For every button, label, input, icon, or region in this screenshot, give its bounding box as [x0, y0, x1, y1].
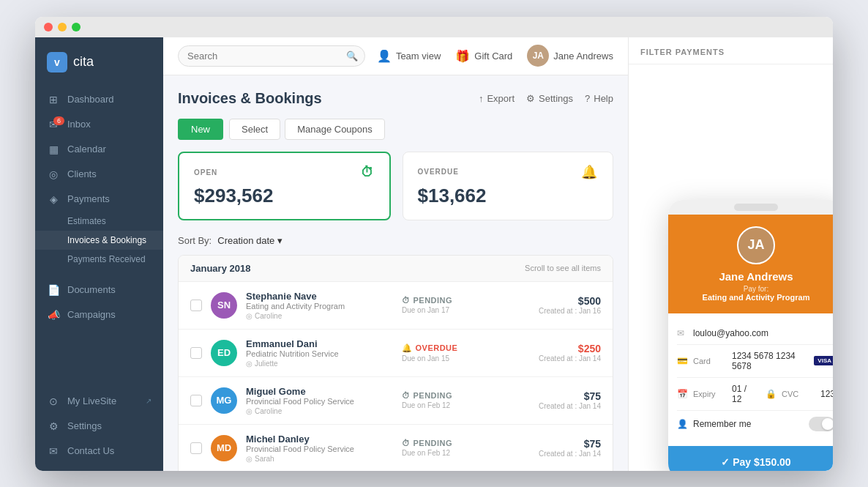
sidebar-bottom: ⊙ My LiveSite ↗ ⚙ Settings ✉ Contact Us: [35, 389, 163, 471]
sidebar-label-settings: Settings: [67, 420, 102, 431]
help-button[interactable]: ? Help: [585, 93, 613, 104]
avatar-0: SN: [211, 292, 237, 319]
filter-header: FILTER PAYMENTS: [629, 37, 833, 64]
sidebar-item-payments[interactable]: ◈ Payments: [35, 187, 163, 212]
sidebar-item-inbox[interactable]: ✉ 6 Inbox: [35, 112, 163, 137]
search-icon: 🔍: [346, 51, 358, 62]
invoice-status-3: ⏱ PENDING Due on Feb 12: [402, 439, 504, 457]
card-icon: 💳: [677, 356, 687, 366]
cvc-value: 123: [820, 389, 833, 399]
invoice-status-0: ⏱ PENDING Due on Jan 17: [402, 296, 504, 314]
section-header: January 2018 Scroll to see all items: [179, 256, 613, 282]
team-view-button[interactable]: 👤 Team view: [377, 49, 441, 63]
table-row: ED Emmanuel Dani Pediatric Nutrition Ser…: [179, 330, 613, 377]
stat-card-overdue[interactable]: OVERDUE 🔔 $13,662: [403, 152, 614, 220]
sidebar-label-campaigns: Campaigns: [67, 309, 116, 320]
page-title: Invoices & Bookings: [178, 90, 322, 107]
expiry-icon: 📅: [677, 389, 687, 399]
avatar-2: MG: [211, 387, 237, 414]
app-window: v cita ⊞ Dashboard ✉ 6 Inbox ▦ Calendar: [35, 17, 833, 471]
close-dot[interactable]: [44, 23, 53, 31]
settings-button[interactable]: ⚙ Settings: [526, 93, 573, 104]
invoice-status-1: 🔔 OVERDUE Due on Jan 15: [402, 343, 504, 363]
user-profile-button[interactable]: JA Jane Andrews: [527, 45, 613, 67]
row-checkbox-3[interactable]: [190, 442, 202, 454]
sidebar-item-settings[interactable]: ⚙ Settings: [35, 414, 163, 439]
sidebar-item-campaigns[interactable]: 📣 Campaigns: [35, 302, 163, 327]
mobile-card-header: JA Jane Andrews Pay for: Eating and Acti…: [668, 215, 833, 313]
remember-icon: 👤: [677, 419, 687, 429]
manage-coupons-button[interactable]: Manage Coupons: [285, 119, 385, 140]
open-label: OPEN: [194, 168, 217, 176]
sidebar-item-documents[interactable]: 📄 Documents: [35, 278, 163, 302]
gift-card-icon: 🎁: [455, 49, 470, 63]
mobile-top-bar: [668, 200, 833, 215]
campaigns-icon: 📣: [47, 309, 60, 321]
export-button[interactable]: ↑ Export: [479, 93, 515, 104]
open-amount: $293,562: [194, 185, 375, 207]
calendar-icon: ▦: [47, 144, 60, 155]
search-input[interactable]: [178, 45, 365, 67]
row-checkbox-0[interactable]: [190, 300, 202, 311]
row-checkbox-1[interactable]: [190, 347, 202, 359]
invoice-status-2: ⏱ PENDING Due on Feb 12: [402, 391, 504, 409]
invoice-info-3: Michel Danley Provincial Food Policy Ser…: [246, 434, 393, 463]
invoice-amount-2: $75 Created at : Jan 14: [513, 390, 601, 410]
sidebar-item-calendar[interactable]: ▦ Calendar: [35, 137, 163, 162]
row-checkbox-2[interactable]: [190, 395, 202, 406]
sidebar-label-livesite: My LiveSite: [67, 395, 116, 406]
logo: v cita: [35, 45, 163, 87]
invoice-info-0: Stephanie Nave Eating and Activity Progr…: [246, 291, 393, 320]
sidebar-subitem-estimates[interactable]: Estimates: [35, 212, 163, 231]
sort-by-label: Sort By:: [178, 235, 212, 246]
assigned-icon-3: ◎: [246, 455, 252, 463]
sidebar-item-my-livesite[interactable]: ⊙ My LiveSite ↗: [35, 389, 163, 414]
help-icon: ?: [585, 93, 590, 104]
invoice-amount-0: $500 Created at : Jan 16: [513, 295, 601, 315]
sidebar-label-contact: Contact Us: [67, 445, 114, 456]
avatar-3: MD: [211, 435, 237, 461]
status-icon-0: ⏱: [402, 296, 411, 305]
new-button[interactable]: New: [178, 119, 223, 140]
remember-toggle[interactable]: [809, 417, 833, 431]
main-content: 🔍 👤 Team view 🎁 Gift Card JA Jane Andrew…: [163, 37, 628, 471]
titlebar: [35, 17, 833, 37]
page-header: Invoices & Bookings ↑ Export ⚙ Settings …: [178, 90, 613, 107]
stat-card-open[interactable]: OPEN ⏱ $293,562: [178, 152, 391, 220]
assigned-icon-1: ◎: [246, 360, 252, 368]
sort-option-label: Creation date: [217, 235, 274, 246]
logo-icon: v: [47, 52, 67, 73]
table-row: SN Stephanie Nave Eating and Activity Pr…: [179, 282, 613, 330]
lock-icon: 🔒: [766, 389, 776, 399]
topbar: 🔍 👤 Team view 🎁 Gift Card JA Jane Andrew…: [163, 37, 628, 75]
sidebar-subitem-payments-received[interactable]: Payments Received: [35, 250, 163, 269]
contact-icon: ✉: [47, 445, 60, 457]
minimize-dot[interactable]: [58, 23, 67, 31]
livesite-icon: ⊙: [47, 395, 60, 407]
sidebar-item-dashboard[interactable]: ⊞ Dashboard: [35, 87, 163, 112]
sidebar-label-dashboard: Dashboard: [67, 94, 114, 105]
sort-select[interactable]: Creation date ▾: [217, 235, 283, 246]
status-icon-1: 🔔: [402, 343, 413, 353]
maximize-dot[interactable]: [72, 23, 81, 31]
pay-button[interactable]: ✓ Pay $150.00: [668, 446, 833, 471]
settings-icon: ⚙: [47, 420, 60, 432]
page-actions: ↑ Export ⚙ Settings ? Help: [479, 93, 613, 104]
export-icon: ↑: [479, 93, 484, 104]
search-container: 🔍: [178, 45, 365, 67]
sidebar-subitem-invoices[interactable]: Invoices & Bookings: [35, 231, 163, 250]
gift-card-button[interactable]: 🎁 Gift Card: [455, 49, 512, 63]
sidebar-label-payments: Payments: [67, 193, 110, 204]
select-button[interactable]: Select: [229, 119, 280, 140]
toggle-knob: [822, 418, 833, 430]
settings-gear-icon: ⚙: [526, 93, 535, 104]
avatar-1: ED: [211, 340, 237, 366]
team-view-icon: 👤: [377, 49, 392, 63]
overdue-label: OVERDUE: [418, 168, 459, 176]
email-value: loulou@yahoo.com: [693, 328, 768, 338]
mobile-avatar: JA: [737, 226, 775, 264]
sidebar-item-contact-us[interactable]: ✉ Contact Us: [35, 439, 163, 464]
sidebar-item-clients[interactable]: ◎ Clients: [35, 162, 163, 187]
sidebar: v cita ⊞ Dashboard ✉ 6 Inbox ▦ Calendar: [35, 37, 163, 471]
invoice-amount-1: $250 Created at : Jan 14: [513, 343, 601, 363]
